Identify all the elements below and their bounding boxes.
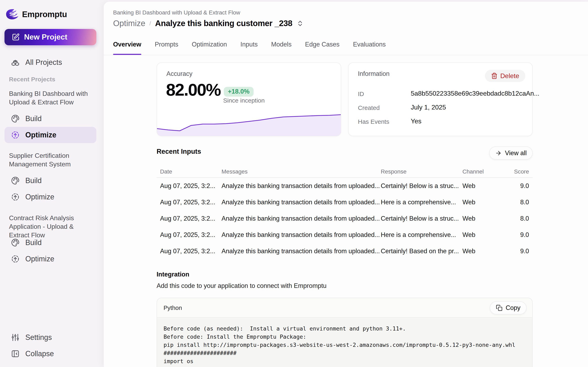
cell-channel: Web bbox=[462, 248, 504, 255]
new-project-button[interactable]: New Project bbox=[4, 29, 96, 45]
column-header-messages: Messages bbox=[222, 168, 381, 175]
cell-response: Here is a comprehensive... bbox=[381, 199, 462, 206]
code-line: Before code: Install the Empromptu Packa… bbox=[164, 333, 532, 341]
info-row-has-events: Has EventsYes bbox=[358, 115, 524, 129]
sidebar-item-build[interactable]: Build bbox=[4, 110, 96, 127]
sidebar-collapse-button[interactable]: Collapse bbox=[4, 346, 96, 362]
integration-heading: Integration bbox=[156, 271, 189, 278]
sidebar-item-label: Optimize bbox=[25, 131, 56, 139]
tab-prompts[interactable]: Prompts bbox=[155, 38, 178, 55]
cell-channel: Web bbox=[462, 231, 504, 239]
square-pen-icon bbox=[12, 33, 20, 41]
collapse-label: Collapse bbox=[25, 350, 54, 358]
panel-collapse-icon bbox=[11, 350, 20, 358]
table-row[interactable]: Aug 07, 2025, 3:2...Analyze this banking… bbox=[156, 210, 533, 227]
recent-projects-heading: Recent Projects bbox=[9, 76, 55, 83]
table-body: Aug 07, 2025, 3:2...Analyze this banking… bbox=[156, 178, 533, 259]
cell-messages: Analyze this banking transaction details… bbox=[222, 231, 381, 239]
info-label: Created bbox=[358, 104, 380, 111]
cell-date: Aug 07, 2025, 3:2... bbox=[160, 199, 222, 206]
brand: Empromptu bbox=[6, 9, 67, 20]
info-label: Has Events bbox=[358, 118, 389, 125]
sidebar-item-label: Build bbox=[25, 176, 42, 185]
optimize-icon bbox=[11, 255, 20, 263]
code-language-label: Python bbox=[164, 305, 182, 311]
table-row[interactable]: Aug 07, 2025, 3:2...Analyze this banking… bbox=[156, 194, 533, 210]
accuracy-value: 82.00% bbox=[166, 80, 221, 100]
table-row[interactable]: Aug 07, 2025, 3:2...Analyze this banking… bbox=[156, 178, 533, 194]
tab-optimization[interactable]: Optimization bbox=[192, 38, 227, 55]
code-line: Before code (as needed): Install a virtu… bbox=[164, 325, 532, 333]
sidebar-item-optimize[interactable]: Optimize bbox=[4, 251, 96, 267]
column-header-response: Response bbox=[381, 168, 462, 175]
sidebar: Empromptu New Project All Projects Recen… bbox=[0, 0, 104, 367]
header-project-name: Banking BI Dashboard with Upload & Extra… bbox=[113, 9, 240, 16]
column-header-channel: Channel bbox=[462, 168, 504, 175]
cell-messages: Analyze this banking transaction details… bbox=[222, 215, 381, 222]
sidebar-item-label: Build bbox=[25, 238, 42, 247]
boxes-icon bbox=[11, 58, 20, 67]
sidebar-item-optimize[interactable]: Optimize bbox=[4, 189, 96, 205]
info-value: July 1, 2025 bbox=[411, 104, 446, 111]
cell-score: 9.0 bbox=[504, 231, 529, 239]
palette-icon bbox=[11, 238, 20, 247]
accuracy-label: Accuracy bbox=[166, 70, 192, 77]
sidebar-item-label: Optimize bbox=[25, 193, 54, 201]
table-row[interactable]: Aug 07, 2025, 3:2...Analyze this banking… bbox=[156, 227, 533, 243]
info-row-created: CreatedJuly 1, 2025 bbox=[358, 101, 524, 115]
sidebar-item-all-projects[interactable]: All Projects bbox=[4, 54, 96, 71]
cell-score: 8.0 bbox=[504, 215, 529, 222]
tab-edge-cases[interactable]: Edge Cases bbox=[305, 38, 339, 55]
sidebar-item-optimize[interactable]: Optimize bbox=[4, 127, 96, 143]
cell-messages: Analyze this banking transaction details… bbox=[222, 248, 381, 255]
cell-response: Certainly! Below is a struc... bbox=[381, 215, 462, 222]
cell-channel: Web bbox=[462, 215, 504, 222]
delete-button[interactable]: Delete bbox=[485, 70, 526, 82]
tab-inputs[interactable]: Inputs bbox=[241, 38, 258, 55]
overview-content: Accuracy 82.00% +18.0% Since inception I… bbox=[156, 62, 533, 367]
code-block[interactable]: Before code (as needed): Install a virtu… bbox=[157, 318, 532, 367]
cell-response: Certainly! Based on the pr... bbox=[381, 248, 462, 255]
tab-evaluations[interactable]: Evaluations bbox=[353, 38, 386, 55]
trash-icon bbox=[491, 73, 498, 79]
accuracy-sparkline-chart bbox=[156, 109, 341, 136]
integration-description: Add this code to your application to con… bbox=[156, 282, 327, 290]
project-name[interactable]: Banking BI Dashboard with Upload & Extra… bbox=[9, 89, 95, 106]
accuracy-card: Accuracy 82.00% +18.0% Since inception bbox=[156, 62, 341, 136]
arrow-right-icon bbox=[495, 150, 502, 156]
optimize-icon bbox=[11, 193, 20, 201]
cell-messages: Analyze this banking transaction details… bbox=[222, 199, 381, 206]
sidebar-item-build[interactable]: Build bbox=[4, 234, 96, 251]
main-panel: Banking BI Dashboard with Upload & Extra… bbox=[104, 1, 588, 367]
new-project-label: New Project bbox=[24, 33, 67, 42]
sidebar-item-settings[interactable]: Settings bbox=[4, 329, 96, 345]
recent-inputs-heading: Recent Inputs bbox=[156, 148, 201, 155]
copy-button[interactable]: Copy bbox=[490, 301, 527, 314]
app-title: Empromptu bbox=[22, 10, 67, 19]
cell-score: 8.0 bbox=[504, 199, 529, 206]
tab-models[interactable]: Models bbox=[271, 38, 292, 55]
view-all-label: View all bbox=[505, 150, 527, 157]
empromptu-logo-icon bbox=[6, 9, 19, 20]
cell-date: Aug 07, 2025, 3:2... bbox=[160, 231, 222, 239]
cell-channel: Web bbox=[462, 199, 504, 206]
settings-label: Settings bbox=[25, 333, 52, 342]
delete-label: Delete bbox=[501, 72, 519, 80]
column-header-score: Score bbox=[504, 168, 529, 175]
chevrons-up-down-icon[interactable] bbox=[296, 20, 304, 27]
breadcrumb-section[interactable]: Optimize bbox=[113, 19, 145, 28]
cell-response: Here is a comprehensive... bbox=[381, 231, 462, 239]
optimize-icon bbox=[11, 131, 20, 139]
code-card-header: Python Copy bbox=[157, 298, 532, 318]
sidebar-item-build[interactable]: Build bbox=[4, 173, 96, 189]
table-row[interactable]: Aug 07, 2025, 3:2...Analyze this banking… bbox=[156, 243, 533, 259]
view-all-button[interactable]: View all bbox=[489, 146, 533, 160]
project-name[interactable]: Supplier Certification Management System bbox=[9, 151, 95, 168]
tab-overview[interactable]: Overview bbox=[113, 38, 141, 55]
information-label: Information bbox=[358, 70, 389, 77]
info-row-id: ID5a8b550223358e69c39eebdadc8b12caAn... bbox=[358, 88, 524, 101]
cell-messages: Analyze this banking transaction details… bbox=[222, 182, 381, 190]
information-rows: ID5a8b550223358e69c39eebdadc8b12caAn...C… bbox=[358, 88, 524, 129]
cell-channel: Web bbox=[462, 182, 504, 190]
cell-date: Aug 07, 2025, 3:2... bbox=[160, 248, 222, 255]
